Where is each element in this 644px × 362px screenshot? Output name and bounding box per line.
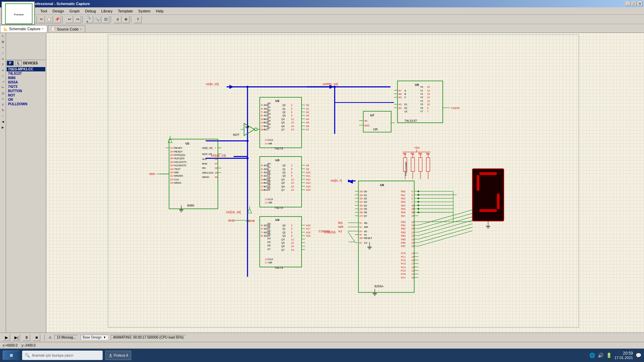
schematic-canvas-area[interactable]: AD[0..15] ADR[0..19] AD[16..19] BHE CS82… <box>46 33 644 333</box>
left-toolstrip: ↖ ⊞ • ∕ A T ≡ □ ⊣ ⊢ ◎ ∿ V ↻ ↔ ◀ ▶ <box>0 33 6 333</box>
junction-tool[interactable]: • <box>0 45 6 50</box>
zoom-in-button[interactable]: 🔍+ <box>86 16 93 23</box>
u4-component[interactable]: U4 3+ AD16 4+ AD17 7+ AD18 8+ AD19 D0 D1… <box>260 217 305 269</box>
preview-svg: Preview <box>2 2 35 25</box>
speaker-icon[interactable]: 🔊 <box>598 353 603 358</box>
minimize-button[interactable]: _ <box>625 1 631 6</box>
wire-tool[interactable]: ∕ <box>0 51 6 56</box>
u1-component[interactable]: U1 21+ RESET 24+ READY 25+ INTR/QS1 26+ … <box>166 139 221 212</box>
tab-source-label: Source Code <box>57 27 78 31</box>
device-8086[interactable]: 8086 <box>7 76 45 80</box>
label-tool[interactable]: A <box>0 56 6 62</box>
tab-source-close[interactable]: × <box>80 27 82 31</box>
device-button[interactable]: BUTTON <box>7 89 45 93</box>
warning-message[interactable]: 13 Messag... <box>54 335 78 340</box>
help-button[interactable]: ? <box>134 16 142 23</box>
menu-tool[interactable]: Tool <box>38 8 50 14</box>
svg-line-482 <box>348 232 355 242</box>
tab-schematic[interactable]: 📐 Schematic Capture × <box>0 25 47 33</box>
svg-text:13: 13 <box>412 266 414 269</box>
copy-button[interactable]: 📋 <box>46 16 53 23</box>
close-button[interactable]: × <box>637 1 643 6</box>
menu-library[interactable]: Library <box>99 8 115 14</box>
svg-rect-427 <box>426 158 430 172</box>
design-dropdown[interactable]: Base Design ▼ <box>81 335 108 340</box>
search-bar[interactable]: 🔍 Aramak için buraya yazın <box>22 351 103 360</box>
device-pulldown[interactable]: PULLDOWN <box>7 102 45 106</box>
play-button[interactable]: ▶ <box>3 334 10 341</box>
maximize-button[interactable]: □ <box>631 1 637 6</box>
origin-button[interactable]: ⊕ <box>122 16 129 23</box>
svg-text:21+: 21+ <box>170 146 174 149</box>
svg-text:9: 9 <box>291 234 292 237</box>
tape-tool[interactable]: ◎ <box>0 90 6 96</box>
prev-tool[interactable]: ◀ <box>0 119 6 124</box>
device-74273[interactable]: 74273 <box>7 84 45 89</box>
paste-button[interactable]: 📌 <box>54 16 61 23</box>
menu-template[interactable]: Template <box>115 8 136 14</box>
panel-tab-l[interactable]: L <box>15 61 22 66</box>
menu-design[interactable]: Design <box>50 8 67 14</box>
gen-tool[interactable]: ∿ <box>0 96 6 102</box>
schematic-grid[interactable]: AD[0..15] ADR[0..19] AD[16..19] BHE CS82… <box>46 33 644 333</box>
svg-line-471 <box>418 231 472 246</box>
u3-component[interactable]: U3 3+ AD8 4+ AD9 7+ AD10 8+ AD11 13+ AD1… <box>260 157 305 209</box>
svg-text:D3: D3 <box>267 173 270 176</box>
svg-text:12: 12 <box>427 96 430 99</box>
component-tool[interactable]: ⊞ <box>0 39 6 45</box>
tab-source[interactable]: 📝 Source Code × <box>48 25 85 33</box>
taskbar-proteus[interactable]: 🔬 Proteus 8 <box>105 351 131 360</box>
svg-text:5+: 5+ <box>360 222 362 225</box>
mirror-tool[interactable]: ↔ <box>0 113 6 119</box>
battery-icon[interactable]: 🔋 <box>606 353 612 358</box>
u5-component[interactable]: U5 A7 A8 A9 A B C A3 E1 A4 E2 <box>394 81 460 123</box>
cut-button[interactable]: ✂ <box>38 16 45 23</box>
svg-text:Q1: Q1 <box>282 227 286 230</box>
menu-system[interactable]: System <box>136 8 153 14</box>
start-button[interactable]: ⊞ <box>3 351 19 360</box>
grid-button[interactable]: # <box>114 16 121 23</box>
device-not[interactable]: NOT <box>7 93 45 98</box>
undo-button[interactable]: ↩ <box>66 16 73 23</box>
svg-text:PB4: PB4 <box>401 234 406 237</box>
display-component[interactable] <box>472 169 504 221</box>
tab-schematic-close[interactable]: × <box>42 27 44 31</box>
device-or[interactable]: OR <box>7 98 45 102</box>
subcircuit-tool[interactable]: □ <box>0 73 6 79</box>
bus-tool[interactable]: ≡ <box>0 68 6 73</box>
zoom-fit-button[interactable]: ⊡ <box>102 16 109 23</box>
menu-debug[interactable]: Debug <box>82 8 98 14</box>
u6-component[interactable]: U6 34+ D0 33+ D1 32+ D2 31+ D3 30+ D4 <box>355 181 418 296</box>
pause-button[interactable]: ⏸ <box>23 334 30 341</box>
network-icon[interactable]: 🌐 <box>589 353 595 358</box>
next-tool[interactable]: ▶ <box>0 125 6 130</box>
zoom-out-button[interactable]: 🔍- <box>94 16 101 23</box>
device-74ls137[interactable]: 74LS137 <box>7 71 45 76</box>
rotate-tool[interactable]: ↻ <box>0 108 6 113</box>
device-8255a[interactable]: 8255A <box>7 80 45 84</box>
u8-component[interactable]: U8 NOT <box>233 123 261 136</box>
device-7seg[interactable]: 7SEG-MPX1-CC <box>7 67 45 71</box>
panel-tab-p[interactable]: P <box>7 61 14 66</box>
menu-graph[interactable]: Graph <box>67 8 83 14</box>
u7-component[interactable]: U7 A0 M/IO OR <box>359 111 395 132</box>
menu-help[interactable]: Help <box>153 8 166 14</box>
svg-text:4+: 4+ <box>261 227 263 230</box>
step-button[interactable]: ▶| <box>13 334 20 341</box>
notification-icon[interactable]: 💬 <box>636 353 641 358</box>
svg-point-496 <box>334 86 336 88</box>
redo-button[interactable]: ↪ <box>74 16 81 23</box>
svg-rect-2 <box>108 35 579 327</box>
terminal-tool[interactable]: ⊣ <box>0 79 6 84</box>
svg-rect-446 <box>479 209 497 212</box>
svg-text:PA6: PA6 <box>401 211 405 214</box>
svg-text:1+: 1+ <box>265 261 268 264</box>
text-tool[interactable]: T <box>0 62 6 67</box>
menubar: File Edit View Tool Design Graph Debug L… <box>0 7 644 15</box>
volt-tool[interactable]: V <box>0 102 6 107</box>
u2-component[interactable]: U2 3+ AD0 4+ AD1 7+ AD2 8+ AD3 13+ AD4 1… <box>260 97 305 150</box>
select-tool[interactable]: ↖ <box>0 34 6 39</box>
probe-tool[interactable]: ⊢ <box>0 85 6 90</box>
svg-text:5: 5 <box>291 168 292 171</box>
stop-button[interactable]: ■ <box>33 334 40 341</box>
